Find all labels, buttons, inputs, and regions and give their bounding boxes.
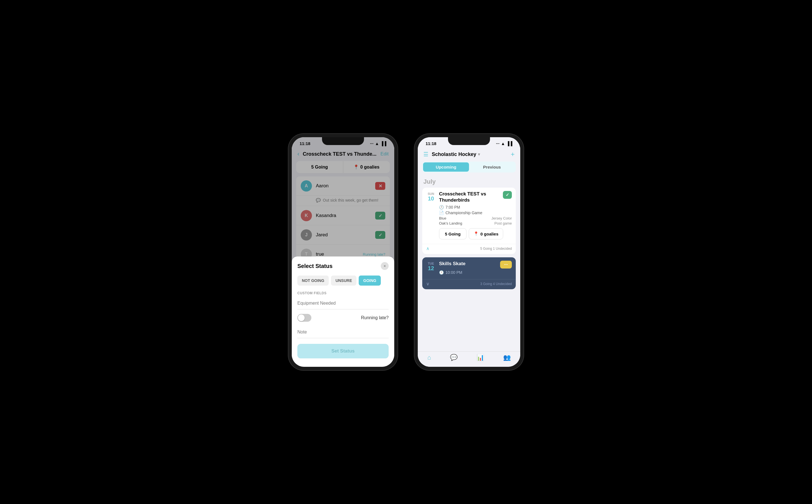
team-name-row[interactable]: Scholastic Hockey ▾ <box>432 151 507 157</box>
month-label: July <box>418 177 520 188</box>
menu-icon[interactable]: ☰ <box>423 151 428 158</box>
close-icon: × <box>384 264 386 268</box>
add-event-button[interactable]: + <box>511 150 515 158</box>
select-status-modal: Select Status × NOT GOING UNSURE GOING C… <box>292 256 394 367</box>
status-icons-2: ··· ▲ ▐▐ <box>496 141 512 146</box>
date-col-2: TUE 12 <box>422 257 436 279</box>
modal-overlay: Select Status × NOT GOING UNSURE GOING C… <box>292 137 394 367</box>
expand-summary-2: 3 Going 4 Undecided <box>480 282 512 286</box>
set-status-button[interactable]: Set Status <box>297 344 389 358</box>
modal-close-button[interactable]: × <box>381 262 389 270</box>
going-check-badge-1: ✓ <box>503 191 512 199</box>
doc-icon-1: 📄 <box>439 211 444 215</box>
event-time-1: 🕐 7:00 PM <box>439 205 512 209</box>
running-late-toggle[interactable] <box>297 314 311 322</box>
phone-1: 11:18 ··· ▲ ▐▐ ‹ Crosscheck TEST vs Thun… <box>288 134 398 370</box>
event-row-1: SUN 10 Crosscheck TEST vsThunderbirds ✓ … <box>422 188 516 244</box>
event-title-2: Skills Skate <box>439 261 466 267</box>
clock-icon-2: 🕐 <box>439 270 444 275</box>
jersey-label: Blue <box>439 216 446 220</box>
clock-icon-1: 🕐 <box>439 205 444 209</box>
event-type-value-1: Championship Game <box>445 211 482 215</box>
tab-upcoming[interactable]: Upcoming <box>423 162 469 172</box>
equipment-needed-input[interactable] <box>297 298 389 309</box>
expand-row-2[interactable]: ∨ 3 Going 4 Undecided <box>422 279 516 289</box>
bottom-tab-chat[interactable]: 💬 <box>450 354 458 361</box>
team-chevron-icon: ▾ <box>478 152 480 157</box>
expand-chevron-down: ∨ <box>426 281 430 286</box>
stats-icon: 📊 <box>477 354 484 361</box>
event-body-2: Skills Skate ··· 🕐 10:00 PM <box>439 257 516 279</box>
event-card-1[interactable]: SUN 10 Crosscheck TEST vsThunderbirds ✓ … <box>422 188 516 254</box>
event-title-row-1: Crosscheck TEST vsThunderbirds ✓ <box>439 191 512 203</box>
custom-fields-label: CUSTOM FIELDS <box>297 291 389 295</box>
note-input[interactable] <box>297 327 389 338</box>
signal-icon-2: ··· <box>496 141 500 146</box>
event-field-jersey: Blue Jersey Color <box>439 216 512 220</box>
postgame-value: Post game <box>494 221 512 225</box>
day-of-week-1: SUN <box>428 192 434 195</box>
modal-title: Select Status <box>297 263 333 269</box>
going-option[interactable]: GOING <box>359 276 381 286</box>
home-icon: ⌂ <box>427 354 431 361</box>
phone-2: 11:18 ··· ▲ ▐▐ ☰ Scholastic Hockey ▾ + U… <box>414 134 524 370</box>
event-title-1: Crosscheck TEST vsThunderbirds <box>439 191 486 203</box>
modal-header: Select Status × <box>297 262 389 270</box>
team-icon: 👥 <box>503 354 511 361</box>
event-row-2: TUE 12 Skills Skate ··· 🕐 10:00 PM <box>422 257 516 279</box>
toggle-label: Running late? <box>361 315 389 320</box>
day-num-2: 12 <box>428 265 434 272</box>
event-body-1: Crosscheck TEST vsThunderbirds ✓ 🕐 7:00 … <box>439 188 516 244</box>
toggle-row: Running late? <box>297 314 389 322</box>
bottom-tab-stats[interactable]: 📊 <box>477 354 484 361</box>
bottom-tab-home[interactable]: ⌂ <box>427 354 431 361</box>
event-field-postgame: Oak's Landing Post game <box>439 221 512 225</box>
chat-icon: 💬 <box>450 354 458 361</box>
status-options: NOT GOING UNSURE GOING <box>297 276 389 286</box>
tab-bar: Upcoming Previous <box>422 162 516 172</box>
expand-summary-1: 5 Going 1 Undecided <box>480 247 512 251</box>
event-time-value-2: 10:00 PM <box>445 270 462 275</box>
goalie-icon-1: 📍 <box>473 231 479 236</box>
event-title-row-2: Skills Skate ··· <box>439 261 512 269</box>
bottom-tab-bar: ⌂ 💬 📊 👥 <box>418 351 520 367</box>
expand-row-1[interactable]: ∧ 5 Going 1 Undecided <box>422 244 516 254</box>
toggle-thumb <box>298 314 305 321</box>
battery-icon-2: ▐▐ <box>507 141 512 146</box>
event-going-row-1: 5 Going 📍 0 goalies <box>439 228 512 241</box>
event-card-2[interactable]: TUE 12 Skills Skate ··· 🕐 10:00 PM <box>422 257 516 289</box>
time-2: 11:18 <box>426 141 436 146</box>
team-name-label: Scholastic Hockey <box>432 151 476 157</box>
app-header: ☰ Scholastic Hockey ▾ + <box>418 148 520 162</box>
wifi-icon-2: ▲ <box>501 141 505 146</box>
event-time-2: 🕐 10:00 PM <box>439 270 512 275</box>
day-num-1: 10 <box>428 195 434 202</box>
event-time-value-1: 7:00 PM <box>445 205 460 209</box>
notch-2 <box>448 137 490 145</box>
day-of-week-2: TUE <box>428 262 434 265</box>
jersey-value: Jersey Color <box>491 216 512 220</box>
bottom-tab-team[interactable]: 👥 <box>503 354 511 361</box>
event-type-1: 📄 Championship Game <box>439 211 512 215</box>
tab-previous[interactable]: Previous <box>469 162 515 172</box>
event-goalies-button-1[interactable]: 📍 0 goalies <box>469 228 503 239</box>
dots-badge-2: ··· <box>500 261 512 269</box>
unsure-option[interactable]: UNSURE <box>331 276 356 286</box>
not-going-option[interactable]: NOT GOING <box>297 276 329 286</box>
expand-chevron-up: ∧ <box>426 246 430 251</box>
postgame-label: Oak's Landing <box>439 221 462 225</box>
event-going-button-1[interactable]: 5 Going <box>439 228 466 239</box>
date-col-1: SUN 10 <box>422 188 436 244</box>
